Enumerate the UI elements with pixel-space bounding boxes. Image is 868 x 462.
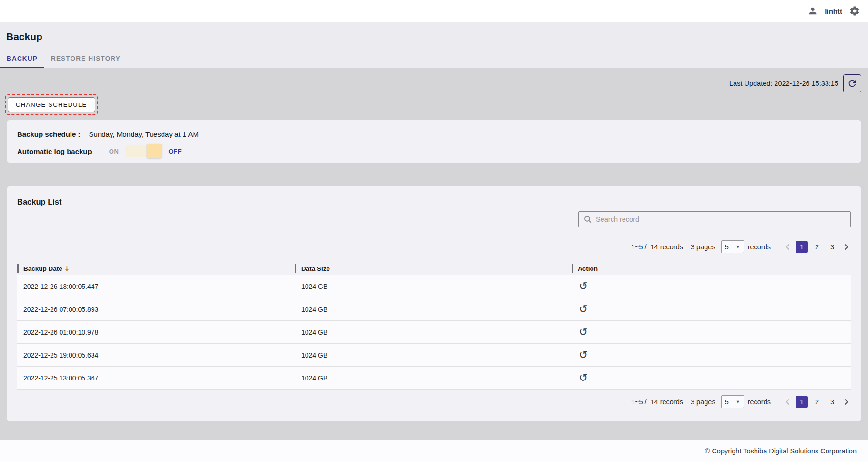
last-updated-text: Last Updated: 2022-12-26 15:33:15: [729, 80, 838, 87]
backup-table: Backup Date ↓ Data Size Action 2022-12-2…: [17, 262, 851, 390]
records-total-link[interactable]: 14 records: [651, 398, 684, 406]
refresh-icon: [847, 78, 858, 89]
record-range: 1~5 /: [631, 398, 647, 406]
pagination-bottom: 1~5 / 14 records 3 pages 5 ▼ records 1 2…: [17, 395, 851, 408]
records-total-link[interactable]: 14 records: [651, 243, 684, 251]
last-updated-row: Last Updated: 2022-12-26 15:33:15: [7, 68, 861, 92]
pages-count: 3 pages: [691, 398, 715, 406]
chevron-down-icon: ▼: [736, 400, 740, 404]
page-number-2[interactable]: 2: [811, 241, 823, 253]
page-size-value: 5: [725, 398, 729, 406]
pages-count: 3 pages: [691, 243, 715, 251]
sort-descending-icon: ↓: [64, 265, 70, 272]
backup-date-cell: 2022-12-25 13:00:05.367: [17, 374, 295, 382]
user-icon: [807, 6, 818, 16]
chevron-down-icon: ▼: [736, 245, 740, 249]
backup-schedule-row: Backup schedule : Sunday, Monday, Tuesda…: [17, 127, 851, 141]
chevron-left-icon[interactable]: [783, 242, 793, 252]
restore-icon[interactable]: ↺: [579, 281, 588, 292]
toggle-on-label: ON: [109, 148, 119, 155]
copyright-text: © Copyright Toshiba Digital Solutions Co…: [705, 447, 857, 455]
records-label: records: [748, 398, 771, 406]
records-label: records: [748, 243, 771, 251]
backup-date-cell: 2022-12-26 01:00:10.978: [17, 329, 295, 336]
data-size-cell: 1024 GB: [295, 329, 572, 336]
data-size-cell: 1024 GB: [295, 283, 572, 290]
toggle-off-label: OFF: [168, 148, 182, 155]
table-row: 2022-12-26 13:00:05.447 1024 GB ↺: [17, 275, 851, 298]
backup-date-cell: 2022-12-26 13:00:05.447: [17, 283, 295, 290]
page-number-3[interactable]: 3: [826, 241, 838, 253]
page-number-3[interactable]: 3: [826, 396, 838, 408]
data-size-cell: 1024 GB: [295, 374, 572, 382]
page-number-1[interactable]: 1: [796, 396, 808, 408]
chevron-right-icon[interactable]: [841, 242, 851, 252]
backup-list-title: Backup List: [17, 186, 851, 206]
record-range: 1~5 /: [631, 243, 647, 251]
search-icon: [583, 215, 592, 224]
top-bar: linhtt: [0, 0, 868, 22]
column-header-backup-date[interactable]: Backup Date ↓: [17, 264, 295, 273]
username: linhtt: [825, 7, 842, 15]
change-schedule-button[interactable]: CHANGE SCHEDULE: [8, 97, 95, 112]
refresh-button[interactable]: [843, 74, 861, 92]
page-size-value: 5: [725, 243, 729, 251]
auto-log-backup-label: Automatic log backup: [17, 147, 92, 155]
pagination-top: 1~5 / 14 records 3 pages 5 ▼ records 1 2…: [17, 240, 851, 253]
pager: 1 2 3: [783, 396, 851, 408]
settings-gear-icon[interactable]: [849, 5, 860, 17]
restore-icon[interactable]: ↺: [579, 327, 588, 338]
tab-backup[interactable]: BACKUP: [0, 49, 44, 68]
restore-icon[interactable]: ↺: [579, 304, 588, 315]
backup-list-card: Backup List 1~5 / 14 records 3 pages 5 ▼…: [7, 186, 861, 421]
main-content: Last Updated: 2022-12-26 15:33:15 CHANGE…: [0, 68, 868, 421]
backup-date-cell: 2022-12-25 19:00:05.634: [17, 351, 295, 359]
search-input[interactable]: [596, 216, 846, 223]
column-header-data-size[interactable]: Data Size: [295, 264, 572, 273]
auto-log-backup-row: Automatic log backup ON OFF: [17, 144, 851, 158]
toggle-knob[interactable]: [147, 144, 162, 158]
data-size-cell: 1024 GB: [295, 351, 572, 359]
auto-log-backup-toggle[interactable]: [125, 145, 162, 157]
restore-icon[interactable]: ↺: [579, 372, 588, 383]
table-row: 2022-12-25 13:00:05.367 1024 GB ↺: [17, 367, 851, 390]
data-size-cell: 1024 GB: [295, 306, 572, 313]
chevron-right-icon[interactable]: [841, 397, 851, 407]
table-row: 2022-12-26 07:00:05.893 1024 GB ↺: [17, 298, 851, 321]
chevron-left-icon[interactable]: [783, 397, 793, 407]
restore-icon[interactable]: ↺: [579, 349, 588, 360]
page-size-select[interactable]: 5 ▼: [721, 240, 744, 253]
auto-log-toggle-group: ON OFF: [109, 145, 182, 157]
backup-schedule-value: Sunday, Monday, Tuesday at 1 AM: [89, 130, 199, 138]
page-header: Backup BACKUP RESTORE HISTORY: [0, 22, 868, 68]
tab-restore-history[interactable]: RESTORE HISTORY: [44, 49, 127, 68]
table-row: 2022-12-26 01:00:10.978 1024 GB ↺: [17, 321, 851, 344]
table-row: 2022-12-25 19:00:05.634 1024 GB ↺: [17, 344, 851, 367]
backup-date-cell: 2022-12-26 07:00:05.893: [17, 306, 295, 313]
backup-schedule-label: Backup schedule :: [17, 130, 81, 138]
tab-bar: BACKUP RESTORE HISTORY: [0, 49, 868, 68]
page-number-2[interactable]: 2: [811, 396, 823, 408]
search-box: [578, 211, 851, 227]
column-header-action: Action: [572, 264, 848, 273]
footer: © Copyright Toshiba Digital Solutions Co…: [0, 440, 868, 462]
table-header-row: Backup Date ↓ Data Size Action: [17, 262, 851, 275]
change-schedule-highlight: CHANGE SCHEDULE: [5, 94, 98, 115]
page-number-1[interactable]: 1: [796, 241, 808, 253]
page-size-select[interactable]: 5 ▼: [721, 395, 744, 408]
page-title: Backup: [0, 22, 868, 42]
pager: 1 2 3: [783, 241, 851, 253]
backup-schedule-card: Backup schedule : Sunday, Monday, Tuesda…: [7, 120, 861, 163]
search-row: [17, 211, 851, 227]
